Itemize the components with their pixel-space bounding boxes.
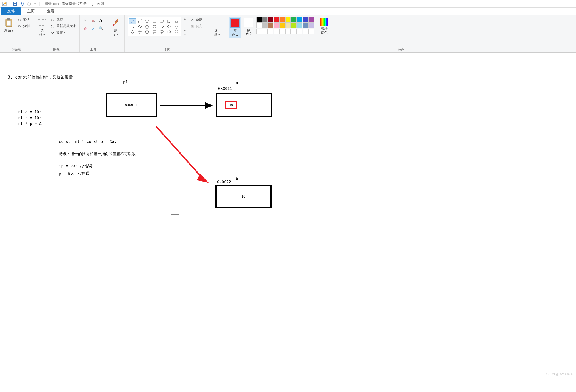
copy-button[interactable]: ⧉复制: [16, 23, 30, 29]
resize-button[interactable]: ⛶重新调整大小: [50, 23, 77, 29]
palette-swatch[interactable]: [262, 29, 268, 34]
zoom-icon[interactable]: 🔍: [98, 25, 104, 32]
palette-swatch[interactable]: [279, 17, 285, 23]
ribbon: 粘贴 ✂剪切 ⧉复制 剪贴板 选 择 ✂裁剪 ⛶重新调整大小 ⟳旋转 图像: [0, 15, 576, 53]
fill-icon[interactable]: [90, 17, 96, 24]
select-button[interactable]: 选 择: [36, 17, 48, 37]
palette-swatch[interactable]: [268, 17, 273, 23]
brush-button[interactable]: 刷 子: [110, 17, 122, 37]
picker-icon[interactable]: [90, 25, 96, 32]
svg-rect-9: [38, 19, 46, 25]
shape-arrow-up[interactable]: [173, 24, 180, 29]
shape-arrow-right[interactable]: [158, 24, 165, 29]
gallery-expand[interactable]: ＝: [184, 32, 186, 36]
shape-callout-cloud[interactable]: [165, 29, 173, 35]
arrow-black: [159, 100, 214, 111]
shape-hexagon[interactable]: [151, 24, 158, 29]
color1-button[interactable]: 颜 色 1: [229, 17, 241, 38]
svg-rect-7: [7, 18, 10, 20]
pencil-icon[interactable]: ✎: [82, 17, 88, 24]
label-addr-b: 0x0022: [217, 180, 231, 184]
paste-button[interactable]: 粘贴: [3, 17, 15, 33]
undo-icon[interactable]: [19, 1, 26, 7]
palette-swatch[interactable]: [303, 17, 308, 23]
palette-swatch[interactable]: [308, 29, 314, 34]
stroke-button[interactable]: 粗 细: [211, 17, 223, 37]
palette-swatch[interactable]: [256, 23, 262, 28]
palette-swatch[interactable]: [268, 29, 273, 34]
palette-swatch[interactable]: [297, 29, 302, 34]
palette-swatch[interactable]: [308, 17, 314, 23]
group-stroke: 粗 细: [208, 15, 226, 52]
edit-colors-button[interactable]: 编辑 颜色: [318, 17, 330, 35]
palette-swatch[interactable]: [256, 29, 262, 34]
shape-arrow-left[interactable]: [165, 24, 173, 29]
eraser-icon[interactable]: [82, 25, 88, 32]
palette-swatch[interactable]: [262, 17, 268, 23]
palette-swatch[interactable]: [268, 23, 273, 28]
shape-oval[interactable]: [143, 18, 151, 24]
palette-swatch[interactable]: [291, 17, 297, 23]
palette-swatch[interactable]: [274, 23, 279, 28]
palette-swatch[interactable]: [285, 29, 291, 34]
palette-swatch[interactable]: [303, 23, 308, 28]
shape-pentagon[interactable]: [143, 24, 151, 29]
gallery-scroll-up[interactable]: ▲: [184, 17, 186, 20]
cut-button[interactable]: ✂剪切: [16, 17, 30, 23]
shape-roundrect[interactable]: [158, 18, 165, 24]
palette-swatch[interactable]: [279, 23, 285, 28]
rainbow-icon: [320, 18, 328, 26]
shape-callout-oval[interactable]: [158, 29, 165, 35]
shape-polygon[interactable]: [165, 18, 173, 24]
color1-swatch: [230, 18, 240, 28]
shape-curve[interactable]: [136, 18, 144, 24]
shape-rtriangle[interactable]: [129, 24, 136, 29]
canvas[interactable]: 3. const即修饰指针，又修饰常量 int a = 10; int b = …: [0, 53, 576, 392]
shapes-gallery[interactable]: [128, 17, 181, 36]
rotate-button[interactable]: ⟳旋转: [50, 30, 77, 35]
palette-swatch[interactable]: [274, 29, 279, 34]
palette-swatch[interactable]: [308, 23, 314, 28]
title-bar: | ▾ | 指针-const修饰指针和常量.png - 画图: [0, 0, 576, 8]
tab-view[interactable]: 查看: [41, 7, 60, 15]
window-title: 指针-const修饰指针和常量.png - 画图: [45, 1, 104, 6]
shape-line[interactable]: [129, 18, 136, 24]
palette-swatch[interactable]: [285, 23, 291, 28]
resize-icon: ⛶: [50, 24, 55, 28]
save-icon[interactable]: [12, 1, 18, 7]
fill-button[interactable]: ▣填充: [189, 23, 205, 29]
palette-swatch[interactable]: [297, 17, 302, 23]
palette-swatch[interactable]: [303, 29, 308, 34]
group-brush: 刷 子: [107, 15, 125, 52]
shape-triangle[interactable]: [173, 18, 180, 24]
color-palette[interactable]: [256, 17, 314, 34]
shape-diamond[interactable]: [136, 24, 144, 29]
palette-swatch[interactable]: [285, 17, 291, 23]
mem-box-p1: 0x0011: [106, 93, 157, 117]
palette-swatch[interactable]: [262, 23, 268, 28]
shape-star6[interactable]: [143, 29, 151, 35]
group-tools: ✎ A 🔍 工具: [80, 15, 107, 52]
shape-heart[interactable]: [173, 29, 180, 35]
color2-button[interactable]: 颜 色 2: [243, 17, 255, 37]
palette-swatch[interactable]: [274, 17, 279, 23]
palette-swatch[interactable]: [291, 23, 297, 28]
crop-button[interactable]: ✂裁剪: [50, 17, 77, 23]
text-icon[interactable]: A: [98, 17, 104, 24]
svg-rect-13: [160, 20, 164, 22]
shape-callout-rect[interactable]: [151, 29, 158, 35]
shape-star4[interactable]: [129, 29, 136, 35]
label-a: a: [236, 80, 238, 85]
palette-swatch[interactable]: [256, 17, 262, 23]
palette-swatch[interactable]: [279, 29, 285, 34]
color2-swatch: [244, 18, 253, 27]
tab-file[interactable]: 文件: [1, 7, 21, 15]
outline-button[interactable]: ◇轮廓: [189, 17, 205, 23]
shape-star5[interactable]: [136, 29, 144, 35]
shape-rect[interactable]: [151, 18, 158, 24]
palette-swatch[interactable]: [291, 29, 297, 34]
palette-swatch[interactable]: [297, 23, 302, 28]
gallery-scroll-down[interactable]: ▼: [184, 29, 186, 32]
tab-home[interactable]: 主页: [21, 7, 41, 15]
redo-icon[interactable]: [26, 1, 33, 7]
